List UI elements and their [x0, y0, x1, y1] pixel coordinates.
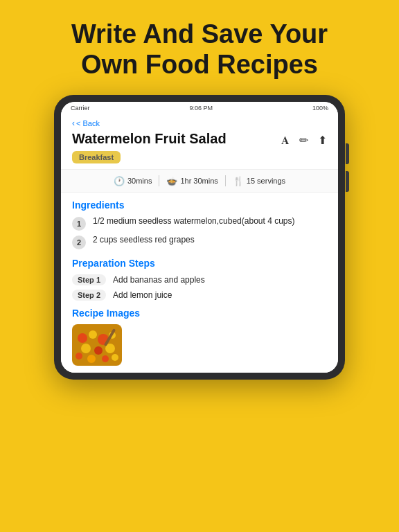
- ingredient-item-2: 2 2 cups seedless red grapes: [72, 235, 327, 249]
- svg-point-5: [81, 344, 91, 353]
- svg-point-2: [89, 330, 97, 339]
- tablet-screen: Carrier 9:06 PM 100% ‹ < Back Watermelon…: [61, 102, 338, 373]
- recipe-header: ‹ < Back Watermelon Fruit Salad 𝐀 ✏ ⬆ Br…: [61, 114, 338, 170]
- svg-point-9: [87, 355, 96, 363]
- edit-icon[interactable]: ✏: [299, 134, 308, 147]
- step-text-1: Add bananas and apples: [113, 275, 205, 285]
- step-row-1: Step 1 Add bananas and apples: [72, 274, 327, 285]
- preparation-steps: Preparation Steps Step 1 Add bananas and…: [72, 258, 327, 301]
- tablet-side-button-top: [346, 143, 349, 164]
- step-text-2: Add lemon juice: [113, 290, 172, 300]
- recipe-title: Watermelon Fruit Salad: [72, 131, 281, 147]
- step-badge-2: Step 2: [72, 290, 106, 301]
- svg-point-1: [78, 333, 87, 343]
- back-button[interactable]: ‹ < Back: [72, 118, 327, 128]
- food-image-svg: [72, 324, 122, 366]
- headline-line1: Write And Save Your: [71, 19, 328, 48]
- share-icon[interactable]: ⬆: [318, 134, 327, 147]
- ingredient-item-1: 1 1/2 medium seedless watermelon,cubed(a…: [72, 216, 327, 231]
- images-heading: Recipe Images: [72, 308, 327, 319]
- recipe-title-row: Watermelon Fruit Salad 𝐀 ✏ ⬆: [72, 131, 327, 147]
- recipe-tag[interactable]: Breakfast: [72, 151, 121, 163]
- ingredients-heading: Ingredients: [72, 200, 327, 211]
- recipe-image-thumb[interactable]: [72, 324, 122, 366]
- stat-servings: 🍴 15 servings: [226, 176, 292, 186]
- svg-point-8: [76, 353, 82, 360]
- servings-label: 15 servings: [247, 177, 285, 185]
- clock-icon: 🕐: [114, 176, 125, 186]
- tablet-side-button-mid: [346, 171, 349, 192]
- headline-line2: Own Food Recipes: [81, 50, 318, 79]
- back-label: < Back: [76, 119, 100, 127]
- step-badge-1: Step 1: [72, 274, 106, 285]
- recipe-content: Ingredients 1 1/2 medium seedless waterm…: [61, 193, 338, 373]
- recipe-actions: 𝐀 ✏ ⬆: [281, 134, 327, 147]
- pot-icon: 🍲: [166, 176, 177, 186]
- page-headline: Write And Save Your Own Food Recipes: [51, 19, 348, 80]
- preparation-heading: Preparation Steps: [72, 258, 327, 269]
- ingredient-num-2: 2: [72, 236, 86, 249]
- svg-point-10: [102, 355, 109, 362]
- tablet-device: Carrier 9:06 PM 100% ‹ < Back Watermelon…: [54, 95, 345, 380]
- back-chevron-icon: ‹: [72, 118, 75, 128]
- ingredient-text-2: 2 cups seedless red grapes: [93, 235, 195, 245]
- ingredient-text-1: 1/2 medium seedless watermelon,cubed(abo…: [93, 216, 295, 226]
- status-bar: Carrier 9:06 PM 100%: [61, 102, 338, 114]
- ingredient-num-1: 1: [72, 217, 86, 231]
- prep-time-label: 30mins: [127, 177, 152, 185]
- stat-cook-time: 🍲 1hr 30mins: [159, 176, 224, 186]
- step-row-2: Step 2 Add lemon juice: [72, 290, 327, 301]
- status-time: 9:06 PM: [189, 105, 213, 112]
- status-battery: 100%: [312, 105, 328, 112]
- svg-point-6: [94, 346, 103, 355]
- svg-point-11: [112, 354, 118, 361]
- fork-icon: 🍴: [233, 176, 244, 186]
- cook-time-label: 1hr 30mins: [180, 177, 218, 185]
- status-carrier: Carrier: [71, 105, 90, 112]
- stats-bar: 🕐 30mins 🍲 1hr 30mins 🍴 15 servings: [61, 170, 338, 193]
- font-icon[interactable]: 𝐀: [281, 134, 290, 147]
- stat-prep-time: 🕐 30mins: [107, 176, 159, 186]
- recipe-images-section: Recipe Images: [72, 308, 327, 366]
- ingredients-list: 1 1/2 medium seedless watermelon,cubed(a…: [72, 216, 327, 249]
